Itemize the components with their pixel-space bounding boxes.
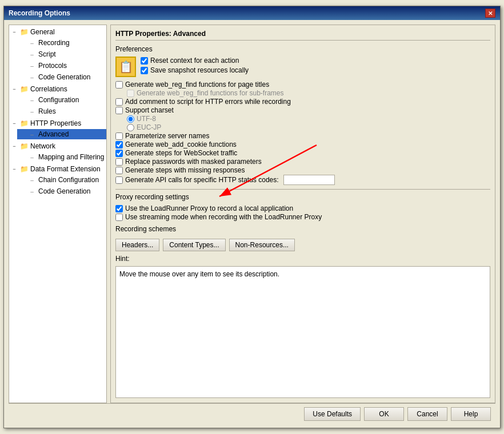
generate-api-calls-checkbox[interactable] <box>115 176 123 184</box>
content-types-button[interactable]: Content Types... <box>163 239 225 251</box>
sidebar-label-http: HTTP Properties <box>30 119 81 127</box>
sidebar-item-correlations[interactable]: − 📁 Correlations – Configuration <box>9 83 106 118</box>
sidebar-label-data-format: Data Format Extension <box>30 165 101 173</box>
generate-api-calls-row: Generate API calls for specific HTTP sta… <box>115 175 490 185</box>
sidebar-item-data-format[interactable]: − 📁 Data Format Extension – Chain Config… <box>9 163 106 198</box>
expander-http: − <box>10 119 18 127</box>
use-streaming-mode-checkbox[interactable] <box>115 214 123 221</box>
window-title: Recording Options <box>9 9 70 17</box>
support-charset-checkbox[interactable] <box>115 107 123 114</box>
proxy-section-label: Proxy recording settings <box>115 193 490 201</box>
item-icon-advanced: – <box>27 130 37 139</box>
close-button[interactable]: ✕ <box>485 9 495 18</box>
sidebar-label-advanced: Advanced <box>38 130 69 138</box>
sidebar-item-rules[interactable]: – Rules <box>17 106 106 117</box>
cancel-button[interactable]: Cancel <box>407 407 447 421</box>
support-charset-row: Support charset <box>115 106 490 114</box>
use-defaults-button[interactable]: Use Defaults <box>304 407 361 421</box>
generate-missing-label: Generate steps with missing responses <box>125 166 245 174</box>
sidebar-label-code-gen-general: Code Generation <box>38 73 90 81</box>
headers-button[interactable]: Headers... <box>115 239 159 251</box>
generate-web-reg-row: Generate web_reg_find functions for page… <box>115 81 490 89</box>
use-streaming-mode-label: Use streaming mode when recording with t… <box>125 213 322 221</box>
ok-button[interactable]: OK <box>364 407 404 421</box>
sidebar-item-http-properties[interactable]: − 📁 HTTP Properties – Advanced <box>9 118 106 140</box>
sidebar-label-correlations: Correlations <box>30 85 67 93</box>
folder-icon-http: 📁 <box>19 119 29 128</box>
parameterize-server-row: Parameterize server names <box>115 132 490 140</box>
use-streaming-mode-row: Use streaming mode when recording with t… <box>115 213 490 221</box>
use-loadrunner-proxy-row: Use the LoadRunner Proxy to record a loc… <box>115 204 490 212</box>
content-panel: HTTP Properties: Advanced Preferences 📋 … <box>110 25 495 403</box>
sidebar-label-general: General <box>30 28 55 36</box>
folder-icon-correlations: 📁 <box>19 85 29 94</box>
sidebar-label-recording: Recording <box>38 39 70 47</box>
generate-web-reg-sub-label: Generate web_reg_find functions for sub-… <box>137 89 283 97</box>
use-loadrunner-proxy-checkbox[interactable] <box>115 205 123 212</box>
eucjp-label: EUC-JP <box>137 123 161 131</box>
sidebar-item-general[interactable]: − 📁 General – Recording <box>9 26 106 83</box>
reset-context-row: Reset context for each action <box>141 57 490 65</box>
add-comment-checkbox[interactable] <box>115 98 123 106</box>
proxy-section: Use the LoadRunner Proxy to record a loc… <box>115 204 490 222</box>
item-icon-configuration: – <box>27 95 37 105</box>
sidebar-label-chain: Chain Configuration <box>38 176 99 184</box>
utf8-row: UTF-8 <box>127 115 490 123</box>
save-snapshot-label: Save snapshot resources locally <box>150 66 249 74</box>
expander-correlations: − <box>10 85 18 93</box>
reset-context-checkbox[interactable] <box>141 57 148 65</box>
item-icon-rules: – <box>27 107 37 116</box>
api-status-codes-input[interactable] <box>283 175 335 185</box>
generate-web-reg-checkbox[interactable] <box>115 81 123 89</box>
title-bar: Recording Options ✕ <box>4 6 500 20</box>
item-icon-protocols: – <box>27 61 37 70</box>
hint-text: Move the mouse over any item to see its … <box>119 270 279 278</box>
generate-cookie-label: Generate web_add_cookie functions <box>125 140 237 148</box>
expander-general: − <box>10 28 18 36</box>
expander-data-format: − <box>10 165 18 173</box>
sidebar-item-network[interactable]: − 📁 Network – Mapping and Filtering <box>9 140 106 163</box>
sidebar-item-script[interactable]: – Script <box>17 49 106 60</box>
sidebar-label-network: Network <box>30 142 55 150</box>
generate-missing-row: Generate steps with missing responses <box>115 166 490 174</box>
hint-box: Move the mouse over any item to see its … <box>115 266 490 398</box>
sidebar-tree: − 📁 General – Recording <box>9 25 107 403</box>
sidebar-item-code-gen-general[interactable]: – Code Generation <box>17 71 106 83</box>
folder-icon-data-format: 📁 <box>19 164 29 174</box>
generate-websocket-row: Generate steps for WebSocket traffic <box>115 149 490 157</box>
generate-api-calls-label: Generate API calls for specific HTTP sta… <box>125 176 279 184</box>
hint-label: Hint: <box>115 255 490 263</box>
generate-cookie-checkbox[interactable] <box>115 141 123 148</box>
item-icon-chain: – <box>27 175 37 184</box>
generate-missing-checkbox[interactable] <box>115 167 123 174</box>
sidebar-item-recording[interactable]: – Recording <box>17 37 106 49</box>
main-content: − 📁 General – Recording <box>9 25 495 403</box>
non-resources-button[interactable]: Non-Resources... <box>229 239 295 251</box>
sidebar-item-chain-config[interactable]: – Chain Configuration <box>17 174 106 186</box>
save-snapshot-checkbox[interactable] <box>141 67 148 74</box>
generate-web-reg-label: Generate web_reg_find functions for page… <box>125 81 269 89</box>
item-icon-mapping: – <box>27 152 37 162</box>
sidebar-item-mapping-filtering[interactable]: – Mapping and Filtering <box>17 151 106 163</box>
add-comment-label: Add comment to script for HTTP errors wh… <box>125 98 291 106</box>
preferences-options: Reset context for each action Save snaps… <box>141 57 490 77</box>
parameterize-server-checkbox[interactable] <box>115 132 123 140</box>
help-button[interactable]: Help <box>451 407 491 421</box>
replace-passwords-checkbox[interactable] <box>115 158 123 166</box>
eucjp-radio[interactable] <box>127 124 134 131</box>
support-charset-label: Support charset <box>125 106 174 114</box>
generate-web-reg-sub-checkbox[interactable] <box>127 90 134 97</box>
expander-network: − <box>10 142 18 150</box>
sidebar-item-advanced[interactable]: – Advanced <box>17 128 106 140</box>
parameterize-server-label: Parameterize server names <box>125 132 209 140</box>
sidebar-item-protocols[interactable]: – Protocols <box>17 60 106 71</box>
bottom-bar: Use Defaults OK Cancel Help <box>9 403 495 423</box>
recording-schemes-label: Recording schemes <box>115 225 490 233</box>
sidebar-item-code-gen-data[interactable]: – Code Generation <box>17 186 106 197</box>
generate-websocket-checkbox[interactable] <box>115 150 123 157</box>
sidebar-label-mapping: Mapping and Filtering <box>38 153 104 161</box>
preferences-label: Preferences <box>115 45 490 53</box>
sidebar-item-configuration[interactable]: – Configuration <box>17 94 106 106</box>
sidebar-label-script: Script <box>38 50 56 58</box>
utf8-radio[interactable] <box>127 115 134 123</box>
